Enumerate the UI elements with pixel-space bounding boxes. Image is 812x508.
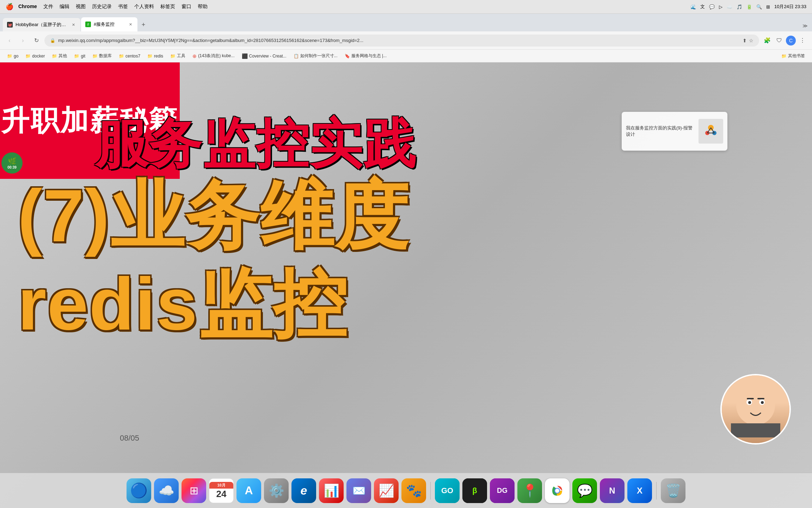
- svg-rect-11: [747, 398, 754, 399]
- reload-button[interactable]: ↻: [31, 35, 42, 46]
- dock-activity-monitor[interactable]: 📈: [374, 478, 399, 503]
- bookmark-other[interactable]: 📁 其他: [49, 52, 70, 60]
- finder-icon: 🔵: [130, 482, 148, 499]
- dock-calendar[interactable]: 10月 24: [209, 478, 234, 503]
- bookmark-other-bar[interactable]: 📁 其他书签: [779, 52, 808, 60]
- new-tab-button[interactable]: +: [138, 19, 149, 30]
- dock-finder[interactable]: 🔵: [127, 478, 151, 503]
- share-icon[interactable]: ⬆: [743, 38, 747, 43]
- bookmark-tools[interactable]: 📁 工具: [167, 52, 188, 60]
- dock-worktile[interactable]: ☁️: [154, 478, 179, 503]
- bookmark-git[interactable]: 📁 git: [71, 53, 88, 60]
- tab-weixin-monitoring[interactable]: # #服务监控 ✕: [81, 17, 137, 31]
- search-icon[interactable]: 🔍: [756, 4, 762, 10]
- url-field[interactable]: 🔒 mp.weixin.qq.com/mp/appmsgalbum?__biz=…: [44, 35, 759, 47]
- shield-icon[interactable]: 🛡: [774, 35, 785, 46]
- video-container[interactable]: 升职加薪秘籍 服务监控实践 (7)业务维度 redis监控 🌿 00:39 我在…: [0, 62, 812, 508]
- dock-airmail[interactable]: ✉️: [346, 478, 371, 503]
- input-icon[interactable]: 文: [700, 4, 705, 10]
- menubar-help[interactable]: 帮助: [198, 4, 208, 10]
- arrow-icon[interactable]: ▷: [719, 4, 722, 10]
- menubar-history[interactable]: 历史记录: [92, 4, 112, 10]
- svg-point-9: [748, 401, 751, 404]
- dock-edge[interactable]: e: [291, 478, 316, 503]
- menubar: 🍎 Chrome 文件 编辑 视图 历史记录 书签 个人资料 标签页 窗口 帮助…: [0, 0, 812, 14]
- wechat-status-icon[interactable]: 💬: [709, 4, 715, 10]
- menubar-edit[interactable]: 编辑: [60, 4, 69, 10]
- menubar-right: 🌊 文 💬 ▷ ☁️ 🎵 🔋 🔍 ⊞ 10月24日 23:33: [690, 4, 806, 10]
- tab-extend-icon[interactable]: ≫: [801, 22, 809, 30]
- dock-goland[interactable]: GO: [435, 478, 460, 503]
- address-bar: ‹ › ↻ 🔒 mp.weixin.qq.com/mp/appmsgalbum?…: [0, 31, 812, 50]
- bookmark-kube-icon: ⊕: [192, 53, 197, 59]
- article-preview-thumb: [699, 119, 723, 144]
- dock-keynote[interactable]: 📊: [319, 478, 344, 503]
- cloud-icon[interactable]: ☁️: [727, 4, 732, 10]
- airmail-icon: ✉️: [352, 484, 365, 497]
- dock-system-settings[interactable]: ⚙️: [264, 478, 289, 503]
- menubar-profile[interactable]: 个人资料: [134, 4, 154, 10]
- svg-rect-13: [731, 423, 780, 437]
- dock-markdown[interactable]: β: [462, 478, 487, 503]
- dock-notchmeister[interactable]: N: [600, 478, 625, 503]
- dock-wechat[interactable]: 💬: [572, 478, 597, 503]
- tab2-close-button[interactable]: ✕: [128, 22, 133, 27]
- calendar-day: 24: [216, 489, 227, 500]
- tab1-close-button[interactable]: ✕: [70, 22, 76, 28]
- profile-icon[interactable]: C: [786, 36, 796, 46]
- menubar-window[interactable]: 窗口: [182, 4, 191, 10]
- forward-button[interactable]: ›: [18, 35, 28, 46]
- dock-xcode[interactable]: X: [627, 478, 652, 503]
- title-redis-monitoring: redis监控: [18, 267, 794, 341]
- bookmark-centos7[interactable]: 📁 centos7: [116, 53, 143, 60]
- control-center-icon[interactable]: ⊞: [766, 4, 770, 10]
- wechat-icon: 💬: [577, 483, 593, 498]
- settings-icon: ⚙️: [269, 483, 284, 498]
- dock-maps[interactable]: 📍: [517, 478, 542, 503]
- wifi-icon[interactable]: 🌊: [690, 4, 696, 10]
- tune-icon[interactable]: 🎵: [737, 4, 742, 10]
- timer-plant-icon: 🌿: [8, 157, 17, 165]
- bookmark-go[interactable]: 📁 go: [4, 53, 21, 60]
- trash-icon: 🗑️: [665, 483, 681, 498]
- bookmark-kube-label: (143条消息) kube...: [198, 53, 234, 59]
- dock-chrome[interactable]: [545, 478, 570, 503]
- extensions-icon[interactable]: 🧩: [762, 35, 773, 46]
- back-button[interactable]: ‹: [4, 35, 15, 46]
- menubar-app-name[interactable]: Chrome: [18, 4, 37, 10]
- bookmark-docker[interactable]: 📁 docker: [23, 53, 48, 60]
- tab-hobbybear[interactable]: 🐙 HobbyBear（蓝胖子的编程梦） ✕: [3, 18, 80, 31]
- bookmark-star-icon[interactable]: ☆: [749, 38, 753, 43]
- more-menu-icon[interactable]: ⋮: [797, 35, 808, 46]
- avatar-face: [722, 375, 789, 443]
- timer-value: 00:39: [7, 165, 17, 169]
- bookmark-size[interactable]: 📋 如何制作一张尺寸...: [291, 52, 340, 60]
- xcode-icon: X: [637, 486, 642, 496]
- svg-point-16: [555, 489, 559, 493]
- dock-separator: [430, 482, 431, 500]
- dock-launchpad[interactable]: ⊞: [182, 478, 206, 503]
- launchpad-icon: ⊞: [190, 484, 198, 497]
- notchmeister-icon: N: [609, 486, 615, 496]
- apple-menu[interactable]: 🍎: [6, 3, 13, 11]
- menubar-tabs[interactable]: 标签页: [160, 4, 175, 10]
- bookmark-coverview[interactable]: ⬛ Coverview - Creat...: [239, 52, 289, 60]
- toolbar-right: 🧩 🛡 C ⋮: [762, 35, 808, 46]
- dock-trash[interactable]: 🗑️: [661, 478, 685, 503]
- bookmark-redis[interactable]: 📁 redis: [144, 53, 166, 60]
- article-preview[interactable]: 我在服务监控方面的实践(9)-报警设计: [622, 112, 727, 151]
- title-business-dimension: (7)业务维度: [18, 179, 812, 253]
- dock-appstore[interactable]: A: [236, 478, 261, 503]
- bookmark-kube[interactable]: ⊕ (143条消息) kube...: [190, 52, 237, 60]
- menubar-file[interactable]: 文件: [43, 4, 53, 10]
- bookmark-coverview-label: Coverview - Creat...: [249, 54, 287, 59]
- battery-icon[interactable]: 🔋: [746, 4, 752, 10]
- menubar-bookmarks[interactable]: 书签: [118, 4, 128, 10]
- dock-paw[interactable]: 🐾: [401, 478, 426, 503]
- bookmark-database-label: 数据库: [99, 53, 112, 59]
- bookmark-go-label: go: [14, 54, 18, 59]
- dock-datagrip[interactable]: DG: [490, 478, 515, 503]
- menubar-view[interactable]: 视图: [76, 4, 86, 10]
- bookmark-mesh[interactable]: 🔖 服务网格与生态 |...: [342, 52, 389, 60]
- bookmark-database[interactable]: 📁 数据库: [90, 52, 115, 60]
